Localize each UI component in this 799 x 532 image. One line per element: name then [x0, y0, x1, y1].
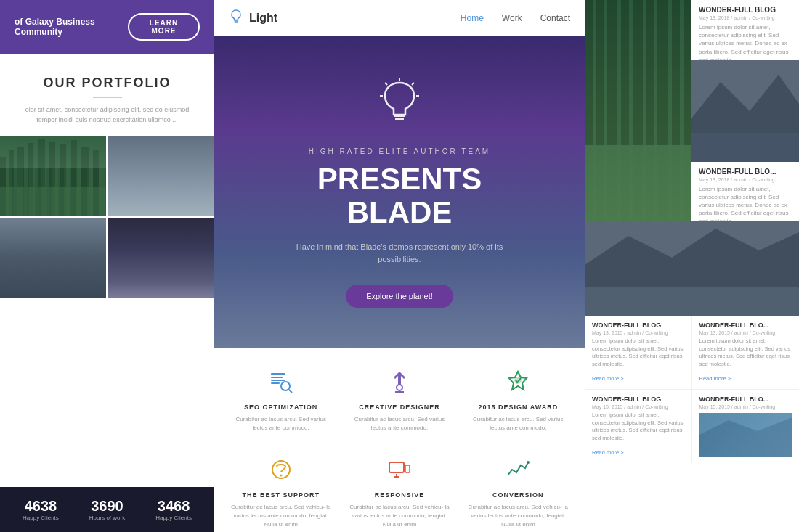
responsive-icon	[347, 458, 451, 486]
stat-happy-clients-2: 3468 Happy Clients	[155, 498, 192, 521]
blog-bottom-entry-1-title: WONDER-FULL BLOG	[592, 322, 684, 329]
learn-more-button[interactable]: LEARN MORE	[128, 13, 200, 41]
blog-bottom-entry-3-title: WONDER-FULL BLOG	[592, 396, 684, 403]
portfolio-image-3[interactable]	[0, 218, 106, 298]
feature-award-desc: Curabitur ac lacus arcu. Sed varius lect…	[466, 415, 570, 433]
conversion-icon	[466, 458, 570, 486]
hero-bulb-icon	[378, 77, 421, 136]
blog-bottom-entry-1-meta: May 13, 2015 / admin / Co-writing	[592, 330, 684, 335]
blog-top-entry-1-title: WONDER-FULL BLOG	[699, 6, 792, 14]
svg-rect-34	[405, 465, 410, 472]
blog-bottom-entry-1-text: Lorem ipsum dolor sit amet, consectetur …	[592, 337, 684, 368]
blog-top-entries: WONDER-FULL BLOG May 13, 2018 / admin / …	[691, 0, 799, 221]
blog-top-mountain-image	[691, 60, 799, 162]
blog-bottom-entry-3-text: Lorem ipsum dolor sit amet, consectetur …	[592, 412, 684, 442]
blog-bottom-entry-1-read-more[interactable]: Read more >	[592, 375, 624, 382]
blog-top-entry-1: WONDER-FULL BLOG May 13, 2018 / admin / …	[691, 0, 799, 60]
hero-title-line2: BLADE	[347, 195, 453, 229]
portfolio-image-4[interactable]	[108, 218, 214, 298]
blog-bottom-entry-3-read-more[interactable]: Read more >	[592, 449, 624, 456]
blog-top-entry-2-text: Lorem ipsum dolor sit amet, consectetur …	[699, 185, 792, 221]
blog-top-entry-2-meta: May 13, 2018 / admin / Co-writing	[699, 177, 792, 182]
hero-title-line1: PRESENTS	[317, 162, 482, 196]
top-bar-title: of Galaxy Business Community	[15, 17, 128, 37]
stat-number-3: 3468	[155, 498, 192, 515]
hero-section: HIGH RATED ELITE AUTHOR TEAM PRESENTS BL…	[214, 36, 585, 348]
hero-cta-button[interactable]: Explore the planet!	[346, 285, 453, 308]
blog-top-entry-2: WONDER-FULL BLO... May 13, 2018 / admin …	[691, 162, 799, 221]
blog-bottom-entry-1: WONDER-FULL BLOG May 13, 2015 / admin / …	[585, 316, 692, 390]
blog-bottom-entry-3: WONDER-FULL BLOG May 15, 2015 / admin / …	[585, 390, 692, 463]
hero-title: PRESENTS BLADE	[317, 163, 482, 229]
svg-rect-11	[0, 187, 106, 216]
portfolio-image-2[interactable]	[108, 136, 214, 216]
feature-seo-desc: Curabitur ac lacus arcu. Sed varius lect…	[229, 415, 333, 433]
portfolio-grid	[0, 136, 214, 298]
stat-happy-clients: 4638 Happy Clients	[23, 498, 59, 521]
hero-subtitle: HIGH RATED ELITE AUTHOR TEAM	[309, 147, 490, 155]
feature-conversion-desc: Curabitur ac lacus arcu. Sed vehicu- la …	[466, 503, 570, 529]
nav-work[interactable]: Work	[502, 13, 522, 23]
feature-seo: SEO OPTIMIZATION Curabitur ac lacus arcu…	[225, 363, 336, 440]
middle-panel: Light Home Work Contact HIGH RATED ELITE…	[214, 0, 585, 532]
top-bar: of Galaxy Business Community LEARN MORE	[0, 0, 214, 54]
svg-rect-54	[585, 287, 799, 316]
left-panel: of Galaxy Business Community LEARN MORE …	[0, 0, 214, 532]
logo-icon	[229, 9, 243, 27]
feature-responsive: RESPONSIVE Curabitur ac lacus arcu. Sed …	[344, 451, 455, 532]
feature-responsive-desc: Curabitur ac lacus arcu. Sed vehicu- la …	[347, 503, 451, 529]
seo-icon	[229, 370, 333, 398]
svg-point-25	[281, 382, 290, 390]
features-row-1: SEO OPTIMIZATION Curabitur ac lacus arcu…	[225, 363, 574, 440]
svg-rect-22	[271, 377, 283, 378]
support-icon	[229, 458, 333, 486]
stats-bar: 4638 Happy Clients 3690 Hours of work 34…	[0, 487, 214, 532]
logo-text: Light	[249, 12, 277, 25]
svg-line-26	[289, 390, 292, 393]
blog-bottom-entry-2-title: WONDER-FULL BLO...	[699, 322, 792, 329]
portfolio-image-1[interactable]	[0, 136, 106, 216]
feature-seo-title: SEO OPTIMIZATION	[229, 404, 333, 411]
blog-landscape-image	[585, 221, 799, 316]
feature-designer: CREATIVE DESIGNER Curabitur ac lacus arc…	[344, 363, 455, 440]
svg-point-37	[527, 461, 530, 464]
stat-label-3: Happy Clients	[155, 515, 192, 521]
svg-line-17	[385, 83, 387, 85]
feature-conversion-title: CONVERSION	[466, 491, 570, 499]
nav-contact[interactable]: Contact	[540, 13, 570, 23]
main-nav: Home Work Contact	[461, 13, 570, 23]
right-panel: WONDER-FULL BLOG May 13, 2018 / admin / …	[585, 0, 799, 532]
svg-rect-33	[389, 462, 404, 472]
blog-bottom-entry-2-read-more[interactable]: Read more >	[699, 375, 731, 382]
feature-support-title: THE BEST SUPPORT	[229, 491, 333, 499]
features-row-2: THE BEST SUPPORT Curabitur ac lacus arcu…	[225, 451, 574, 532]
blog-top-image-area: WONDER-FULL BLOG May 13, 2018 / admin / …	[585, 0, 799, 221]
svg-rect-24	[271, 382, 280, 384]
award-icon	[466, 370, 570, 398]
logo: Light	[229, 9, 277, 27]
svg-rect-23	[271, 380, 285, 381]
svg-marker-27	[394, 372, 405, 385]
blog-bottom-entry-2-text: Lorem ipsum dolor sit amet, consectetur …	[699, 337, 792, 368]
svg-point-32	[280, 475, 282, 477]
feature-award-title: 2015 DESIGN AWARD	[466, 404, 570, 411]
blog-bottom-entry-4-title: WONDER-FULL BLO...	[699, 396, 792, 403]
blog-bottom-section: WONDER-FULL BLOG May 13, 2015 / admin / …	[585, 316, 799, 463]
blog-bottom-entry-3-meta: May 15, 2015 / admin / Co-writing	[592, 404, 684, 409]
blog-bottom-thumbnail	[699, 413, 792, 457]
blog-bottom-entry-2-meta: May 13, 2015 / admin / Co-writing	[699, 330, 792, 335]
blog-bottom-entry-4-meta: May 15, 2015 / admin / Co-writing	[699, 404, 792, 409]
feature-award: 2015 DESIGN AWARD Curabitur ac lacus arc…	[463, 363, 574, 440]
stat-hours-of-work: 3690 Hours of work	[89, 498, 125, 521]
feature-designer-desc: Curabitur ac lacus arcu. Sed varius lect…	[347, 415, 451, 433]
svg-point-30	[514, 377, 522, 384]
feature-support-desc: Curabitur ac lacus arcu. Sed vehicu- la …	[229, 503, 333, 529]
stat-label-1: Happy Clients	[23, 515, 59, 521]
nav-home[interactable]: Home	[461, 13, 484, 23]
hero-description: Have in mind that Blade's demos represen…	[291, 241, 508, 266]
blog-top-forest-image	[585, 0, 691, 221]
blog-top-entry-2-title: WONDER-FULL BLO...	[699, 168, 792, 176]
portfolio-title: OUR PORTFOLIO	[15, 75, 200, 91]
svg-rect-21	[271, 373, 285, 375]
portfolio-description: olor sit amet, consectetur adipiscing el…	[15, 105, 200, 125]
